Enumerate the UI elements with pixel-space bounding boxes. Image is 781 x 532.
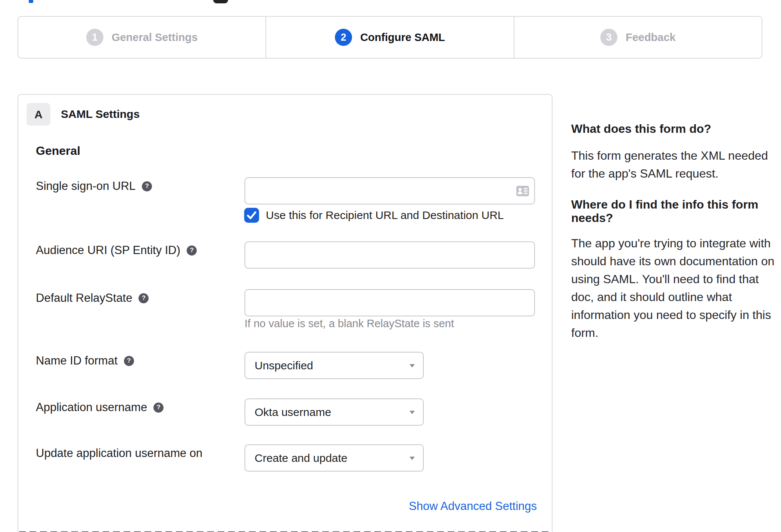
help-icon[interactable]: ? [142, 181, 152, 191]
help-sidebar: What does this form do? This form genera… [571, 122, 781, 342]
application-username-select[interactable]: Okta username [245, 398, 424, 426]
step-configure-saml[interactable]: 2 Configure SAML [265, 17, 513, 58]
section-title: SAML Settings [61, 107, 140, 121]
step-1-circle: 1 [86, 29, 103, 46]
relaystate-input[interactable] [245, 289, 535, 316]
recipient-url-checkbox-label: Use this for Recipient URL and Destinati… [266, 209, 504, 222]
update-username-label: Update application username on [36, 447, 202, 460]
name-id-format-label: Name ID format [36, 354, 118, 367]
general-heading: General [36, 144, 80, 158]
step-2-circle: 2 [335, 29, 352, 46]
help-icon[interactable]: ? [139, 293, 149, 303]
sidebar-paragraph-1: This form generates the XML needed for t… [571, 147, 781, 182]
sso-url-label: Single sign-on URL [36, 179, 136, 193]
show-advanced-settings-link[interactable]: Show Advanced Settings [409, 499, 537, 513]
name-id-format-select[interactable]: Unspecified [245, 352, 424, 379]
step-3-circle: 3 [600, 29, 617, 46]
sidebar-heading-1: What does this form do? [571, 122, 781, 136]
help-icon[interactable]: ? [124, 356, 134, 366]
update-username-value: Create and update [255, 452, 348, 464]
help-icon[interactable]: ? [153, 403, 164, 413]
application-username-value: Okta username [255, 406, 331, 419]
section-badge: A [27, 103, 50, 126]
contact-card-icon[interactable] [516, 186, 529, 198]
sso-url-label-row: Single sign-on URL ? [36, 179, 152, 193]
name-id-format-label-row: Name ID format ? [36, 354, 134, 368]
audience-uri-label: Audience URI (SP Entity ID) [36, 244, 180, 257]
wizard-stepper: 1 General Settings 2 Configure SAML 3 Fe… [18, 16, 762, 59]
sidebar-paragraph-2: The app you're trying to integrate with … [571, 234, 781, 342]
recipient-url-checkbox[interactable] [244, 208, 259, 223]
caret-down-icon [410, 457, 415, 460]
help-icon[interactable]: ? [187, 245, 197, 256]
audience-uri-input[interactable] [245, 241, 535, 269]
recipient-url-checkbox-row: Use this for Recipient URL and Destinati… [244, 208, 504, 223]
application-username-label: Application username [36, 401, 147, 414]
application-username-label-row: Application username ? [36, 400, 164, 414]
relaystate-hint: If no value is set, a blank RelayState i… [245, 317, 454, 330]
caret-down-icon [410, 411, 415, 414]
sidebar-heading-2: Where do I find the info this form needs… [571, 198, 781, 225]
caret-down-icon [410, 364, 415, 367]
update-username-label-row: Update application username on [36, 446, 202, 460]
sso-url-input[interactable] [245, 177, 535, 204]
cut-off-dark-icon [213, 0, 228, 3]
name-id-format-value: Unspecified [255, 359, 313, 372]
relaystate-label-row: Default RelayState ? [36, 291, 149, 305]
audience-uri-label-row: Audience URI (SP Entity ID) ? [36, 243, 197, 257]
cut-off-blue-element [29, 0, 33, 3]
update-username-select[interactable]: Create and update [245, 444, 424, 472]
step-feedback[interactable]: 3 Feedback [514, 17, 762, 58]
relaystate-label: Default RelayState [36, 291, 132, 305]
step-general-settings[interactable]: 1 General Settings [18, 17, 265, 58]
saml-settings-panel: A SAML Settings General Single sign-on U… [18, 94, 553, 532]
